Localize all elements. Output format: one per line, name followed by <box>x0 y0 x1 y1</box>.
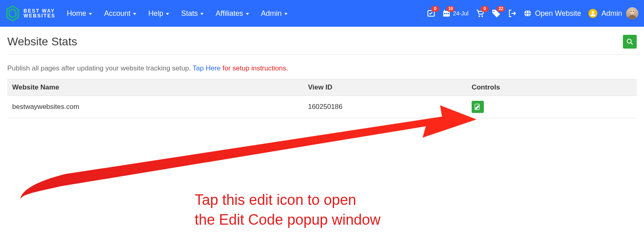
calendar-date: 24-Jul <box>453 10 468 17</box>
svg-rect-2 <box>444 10 445 12</box>
cell-website-name: bestwaywebsites.com <box>7 96 303 118</box>
brand-logo[interactable]: BEST WAY WEBSITES <box>6 5 56 21</box>
svg-line-18 <box>631 43 633 45</box>
edit-icon <box>474 104 481 110</box>
table-header-row: Website Name View ID Controls <box>7 79 637 96</box>
avatar-small-icon <box>588 9 597 18</box>
col-website-name: Website Name <box>7 79 303 96</box>
caret-icon <box>166 13 169 15</box>
nav-stats[interactable]: Stats <box>181 9 204 18</box>
svg-rect-4 <box>444 13 445 14</box>
edit-button[interactable] <box>472 101 484 113</box>
caret-icon <box>133 13 136 15</box>
caret-icon <box>89 13 92 15</box>
tags-badge: 22 <box>497 6 505 12</box>
nav-left: Home Account Help Stats Affiliates Admin <box>67 9 288 18</box>
svg-point-7 <box>479 15 480 17</box>
cell-view-id: 160250186 <box>303 96 467 118</box>
col-controls: Controls <box>467 79 637 96</box>
admin-user-menu[interactable]: Admin <box>588 7 638 19</box>
signout-icon[interactable] <box>508 9 516 17</box>
nav-admin[interactable]: Admin <box>261 9 288 18</box>
tasks-icon[interactable]: 0 <box>427 9 435 17</box>
cart-icon[interactable]: 0 <box>476 9 485 17</box>
svg-point-8 <box>481 15 483 17</box>
col-view-id: View ID <box>303 79 467 96</box>
tasks-badge: 0 <box>431 6 439 12</box>
page-title: Website Stats <box>7 35 77 48</box>
top-navbar: BEST WAY WEBSITES Home Account Help Stat… <box>0 0 644 27</box>
stats-table: Website Name View ID Controls bestwayweb… <box>7 79 637 118</box>
svg-point-13 <box>592 11 594 14</box>
cart-badge: 0 <box>481 6 489 12</box>
open-website-link[interactable]: Open Website <box>524 9 581 18</box>
nav-account[interactable]: Account <box>104 9 136 18</box>
svg-point-9 <box>494 11 495 12</box>
caret-icon <box>284 13 288 15</box>
search-button[interactable] <box>623 35 637 49</box>
calendar-badge: 19 <box>447 6 455 12</box>
search-icon <box>627 38 633 45</box>
nav-home[interactable]: Home <box>67 9 92 18</box>
caret-icon <box>200 13 204 15</box>
svg-rect-5 <box>446 13 447 14</box>
page-content: Website Stats Publish all pages after up… <box>0 27 644 118</box>
tags-icon[interactable]: 22 <box>492 9 501 17</box>
calendar-item[interactable]: 19 24-Jul <box>442 9 468 17</box>
nav-help[interactable]: Help <box>148 9 169 18</box>
svg-point-17 <box>627 39 631 43</box>
globe-icon <box>524 9 532 17</box>
intro-text: Publish all pages after updating your we… <box>7 64 637 72</box>
nav-affiliates[interactable]: Affiliates <box>216 9 249 18</box>
table-row: bestwaywebsites.com 160250186 <box>7 96 637 118</box>
svg-point-14 <box>630 9 635 14</box>
svg-point-15 <box>631 11 631 12</box>
setup-instructions-link[interactable]: Tap Here <box>193 64 221 72</box>
calendar-icon: 19 <box>442 9 451 17</box>
nav-right: 0 19 24-Jul 0 22 Open Website <box>427 7 638 19</box>
logo-icon <box>6 5 19 21</box>
caret-icon <box>246 13 249 15</box>
svg-rect-6 <box>448 13 449 14</box>
avatar-photo <box>626 7 638 19</box>
svg-point-16 <box>633 11 634 12</box>
page-header: Website Stats <box>7 35 637 55</box>
brand-text: BEST WAY WEBSITES <box>24 9 56 18</box>
cell-controls <box>467 96 637 118</box>
